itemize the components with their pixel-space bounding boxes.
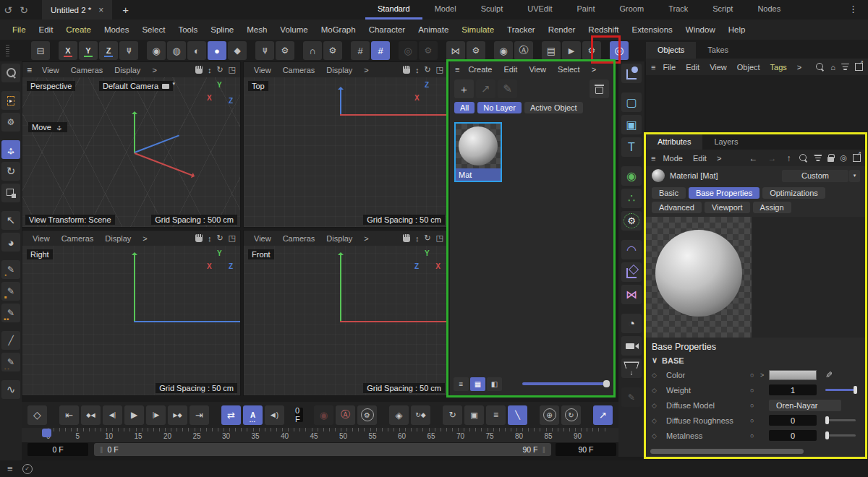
range-start-field[interactable]: 0 F (27, 443, 88, 456)
viewport-menu-item[interactable]: > (358, 234, 374, 243)
play-button[interactable]: ▶ (124, 405, 144, 425)
key-filter-button[interactable]: ≡ (486, 405, 506, 425)
add-material-button[interactable]: + (454, 80, 474, 98)
material-preview[interactable] (646, 217, 752, 338)
menu-item[interactable]: Mesh (240, 25, 273, 34)
attribute-tab-button[interactable]: Basic (652, 187, 686, 199)
panel-tab[interactable]: Takes (696, 42, 740, 59)
home-icon[interactable]: ⌂ (830, 63, 835, 72)
solo-position-button[interactable]: ⊕ (540, 405, 559, 425)
attributes-menu-item[interactable]: Edit (688, 154, 712, 163)
viewport-perspective[interactable]: ≡ ViewCamerasDisplay> ↕ ↻ ◳ Perspective … (22, 61, 241, 228)
render-view-icon[interactable]: ▤ (542, 41, 561, 60)
viewport-canvas[interactable]: Top ZX Grid Spacing : 50 cm (244, 77, 448, 227)
preset-dropdown[interactable]: Custom ▾ (782, 170, 860, 182)
objects-menu-item[interactable]: > (792, 63, 807, 72)
redo-icon[interactable]: ↻ (16, 4, 32, 16)
attributes-menu-item[interactable]: Mode (658, 154, 688, 163)
orbit-icon[interactable]: ↻ (424, 65, 430, 74)
viewport-right[interactable]: ViewCamerasDisplay> ↕ ↻ ◳ Right YXZ Grid… (22, 230, 241, 396)
modeling-pen-icon[interactable]: ✎ (1, 304, 20, 322)
weight-field[interactable]: 1 (769, 384, 817, 395)
delete-material-button[interactable] (590, 80, 609, 98)
target-icon[interactable]: ◎ (399, 41, 417, 60)
cursor-move-icon[interactable]: ↖ (1, 211, 20, 230)
menu-item[interactable]: Create (59, 25, 98, 34)
keyframe-diamond-icon[interactable]: ◇ (652, 387, 666, 394)
objects-menu-item[interactable]: Object (732, 63, 765, 72)
instance-symmetry-icon[interactable]: ⋈ (621, 285, 642, 304)
material-burger-icon[interactable]: ≡ (455, 65, 462, 74)
viewport-burger-icon[interactable]: ≡ (27, 65, 32, 75)
pan-icon[interactable] (195, 66, 203, 74)
attribute-tab-button[interactable]: Viewport (705, 202, 750, 213)
viewport-menu-item[interactable]: Cameras (277, 234, 321, 243)
layout-tab[interactable]: Sculpt (469, 0, 516, 20)
attribute-tab-button[interactable]: Optimizations (762, 187, 825, 199)
objects-menu-item[interactable]: Edit (681, 63, 705, 72)
keyframe-diamond-icon[interactable]: ◇ (652, 432, 666, 439)
metalness-slider[interactable] (825, 434, 856, 437)
eyedropper-icon[interactable]: ✎ (825, 370, 833, 380)
dolly-icon[interactable]: ↕ (208, 66, 212, 74)
horizontal-scrollbar[interactable] (650, 449, 804, 454)
menu-item[interactable]: Tools (171, 25, 204, 34)
menu-item[interactable]: Tracker (501, 25, 542, 34)
color-swatch[interactable] (769, 370, 817, 380)
material-filter[interactable]: All (454, 102, 475, 113)
coordinates-icon[interactable] (621, 64, 642, 83)
keyframe-diamond-icon[interactable]: ◇ (652, 402, 666, 409)
menu-item[interactable]: Render (542, 25, 582, 34)
diffuse-roughness-slider[interactable] (825, 419, 856, 421)
menu-item[interactable]: Extensions (626, 25, 679, 34)
modeling-axis-icon[interactable]: ⋔ (255, 41, 274, 60)
menu-item[interactable]: Animate (412, 25, 455, 34)
current-frame-field[interactable]: 0 F (295, 408, 303, 422)
animation-dot-icon[interactable]: ○ (750, 387, 760, 394)
objects-burger-icon[interactable]: ≡ (651, 63, 658, 72)
viewport-canvas[interactable]: Right YXZ Grid Spacing : 50 cm (22, 246, 240, 395)
axis-tool-icon[interactable]: ⋔ (119, 41, 138, 60)
key-rotation-button[interactable]: ↻◆ (411, 405, 430, 425)
deformer-bend-icon[interactable]: ◠ (621, 240, 642, 259)
render-region-icon[interactable]: ◉ (494, 41, 513, 60)
attributes-menu-item[interactable]: > (712, 154, 726, 163)
layout-tab[interactable]: UVEdit (515, 0, 564, 20)
key-scale-button[interactable]: ↻ (443, 405, 462, 425)
primitive-cube-icon[interactable]: ▣ (621, 115, 642, 134)
viewport-front[interactable]: ViewCamerasDisplay> ↕ ↻ ◳ Front YZX Grid… (243, 230, 448, 396)
filter-icon[interactable] (841, 64, 849, 70)
viewport-menu-item[interactable]: > (146, 66, 162, 74)
convert-material-icon[interactable]: ↗ (476, 80, 495, 98)
viewport-menu-item[interactable]: Display (99, 234, 137, 243)
dolly-icon[interactable]: ↕ (415, 66, 420, 74)
material-name-label[interactable]: Mat (456, 168, 501, 181)
menu-item[interactable]: Help (722, 25, 752, 34)
layout-tab[interactable]: Track (656, 0, 700, 20)
liner-tool-icon[interactable]: ╱ (1, 331, 20, 350)
metalness-field[interactable]: 0 (769, 430, 817, 441)
menu-item[interactable]: Select (135, 25, 171, 34)
pan-icon[interactable] (403, 234, 410, 242)
material-list-view-icon[interactable]: ≡ (454, 377, 469, 391)
menu-item[interactable]: Volume (273, 25, 314, 34)
popout-icon[interactable] (853, 154, 861, 162)
material-layer-view-icon[interactable]: ◧ (487, 377, 502, 391)
polygons-mode-icon[interactable]: ◐ (187, 41, 206, 60)
base-group-header[interactable]: ∨ BASE (646, 354, 866, 367)
new-tab-icon[interactable]: + (122, 4, 129, 16)
panel-tab[interactable]: Attributes (646, 134, 702, 150)
goto-end-button[interactable]: ⇥ (190, 405, 209, 425)
viewport-menu-item[interactable]: View (248, 234, 277, 243)
menu-item[interactable]: Redshift (582, 25, 625, 34)
lock-z-axis-button[interactable]: Z (99, 41, 118, 60)
object-list[interactable] (646, 75, 868, 134)
autokey-frames-button[interactable]: A (243, 405, 263, 425)
maximize-viewport-icon[interactable]: ◳ (229, 233, 236, 243)
viewport-menu-item[interactable]: > (358, 66, 374, 74)
keying-settings-button[interactable]: ⚙ (357, 405, 377, 425)
goto-start-button[interactable]: ⇤ (59, 405, 79, 425)
points-move-icon[interactable]: ◕ (1, 233, 20, 252)
sound-button[interactable]: ◀ (265, 405, 284, 425)
layout-tab[interactable]: Model (422, 0, 469, 20)
